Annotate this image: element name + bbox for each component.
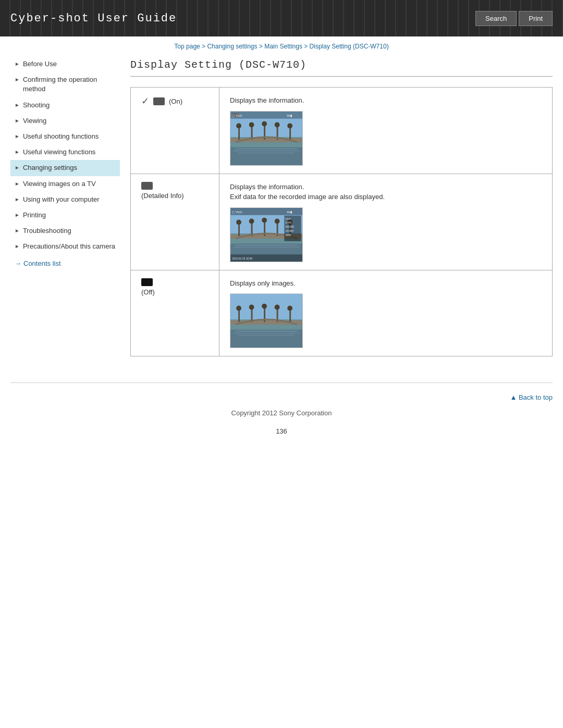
arrow-icon: ►	[15, 180, 20, 188]
main-layout: ► Before Use ► Confirming the operation …	[0, 56, 563, 372]
svg-text:96▮: 96▮	[287, 114, 292, 117]
sidebar-label: Before Use	[23, 59, 116, 69]
svg-text:AWB: AWB	[285, 233, 291, 236]
on-label: (On)	[169, 97, 182, 105]
detailed-label: (Detailed Info)	[141, 192, 184, 200]
sidebar-item-viewing-tv[interactable]: ► Viewing images on a TV	[10, 176, 120, 192]
off-square-icon	[141, 278, 153, 286]
arrow-icon: ►	[15, 227, 20, 235]
detailed-content-cell: Displays the information.Exif data for t…	[219, 174, 553, 270]
svg-rect-58	[289, 309, 291, 322]
footer-separator	[10, 382, 553, 383]
svg-point-10	[249, 122, 254, 127]
svg-rect-38	[233, 246, 300, 248]
svg-rect-65	[236, 331, 297, 332]
detailed-preview-image: ◻ VGA 96▮ F3.5 1/400 ISO100 +0.0EV AWB 2…	[230, 207, 303, 262]
arrow-icon: ►	[15, 133, 20, 140]
arrow-icon: ►	[15, 102, 20, 109]
header-buttons: Search Print	[475, 11, 553, 26]
breadcrumb-sep3: >	[304, 43, 309, 50]
contents-list-arrow: →	[15, 260, 21, 267]
on-description: Displays the information.	[230, 95, 542, 106]
off-icon-cell: (Off)	[131, 270, 219, 356]
sidebar-item-shooting[interactable]: ► Shooting	[10, 97, 120, 113]
breadcrumb-top[interactable]: Top page	[174, 43, 200, 50]
detailed-square-icon	[141, 182, 153, 190]
sidebar-item-computer[interactable]: ► Using with your computer	[10, 192, 120, 207]
on-icon-group: ✓ (On)	[141, 95, 209, 107]
contents-list-link[interactable]: → Contents list	[10, 254, 120, 273]
svg-rect-26	[238, 223, 240, 236]
svg-rect-16	[233, 150, 300, 151]
svg-point-33	[262, 217, 267, 223]
svg-text:ISO100: ISO100	[285, 226, 294, 228]
off-icon-group: (Off)	[141, 278, 209, 296]
detailed-icon-group: (Detailed Info)	[141, 182, 209, 200]
search-button[interactable]: Search	[475, 11, 517, 26]
sidebar-item-changing-settings[interactable]: ► Changing settings	[10, 160, 120, 176]
page-title: Display Setting (DSC-W710)	[130, 59, 553, 77]
breadcrumb-sep1: >	[202, 43, 207, 50]
off-content-cell: Displays only images.	[219, 270, 553, 356]
svg-text:◻ VGA: ◻ VGA	[232, 114, 242, 117]
svg-text:F3.5: F3.5	[285, 217, 290, 220]
print-button[interactable]: Print	[519, 11, 553, 26]
on-preview-image: ◻ VGA 96▮	[230, 111, 303, 166]
sidebar-item-before-use[interactable]: ► Before Use	[10, 56, 120, 72]
sidebar-label: Viewing images on a TV	[23, 179, 116, 189]
sidebar-label: Using with your computer	[23, 195, 116, 204]
sidebar-item-troubleshooting[interactable]: ► Troubleshooting	[10, 223, 120, 239]
breadcrumb: Top page > Changing settings > Main Sett…	[0, 36, 563, 56]
sidebar-item-viewing[interactable]: ► Viewing	[10, 113, 120, 129]
breadcrumb-changing[interactable]: Changing settings	[207, 43, 257, 50]
footer: ▲ Back to top	[0, 388, 563, 404]
detailed-bridge-svg: ◻ VGA 96▮ F3.5 1/400 ISO100 +0.0EV AWB 2…	[230, 208, 302, 262]
svg-text:2012-01-15 10:30: 2012-01-15 10:30	[232, 257, 252, 260]
svg-point-62	[275, 305, 280, 310]
sidebar-item-useful-viewing[interactable]: ► Useful viewing functions	[10, 144, 120, 160]
arrow-icon: ►	[15, 243, 20, 250]
on-square-icon	[153, 97, 165, 105]
detailed-description: Displays the information.Exif data for t…	[230, 182, 542, 202]
svg-text:1/400: 1/400	[285, 221, 292, 224]
sidebar-item-printing[interactable]: ► Printing	[10, 207, 120, 223]
sidebar-label: Confirming the operation method	[23, 75, 116, 94]
breadcrumb-main[interactable]: Main Settings	[264, 43, 302, 50]
svg-point-11	[262, 121, 267, 126]
svg-rect-15	[236, 148, 297, 149]
bridge-svg: ◻ VGA 96▮	[230, 112, 302, 165]
off-label: (Off)	[141, 288, 155, 296]
sidebar-item-useful-shooting[interactable]: ► Useful shooting functions	[10, 129, 120, 144]
on-icon-cell: ✓ (On)	[131, 88, 219, 174]
svg-text:+0.0EV: +0.0EV	[285, 230, 294, 232]
page-number: 136	[0, 427, 563, 446]
sidebar-label: Changing settings	[23, 163, 116, 172]
svg-point-13	[287, 123, 292, 128]
svg-rect-37	[236, 244, 297, 245]
sidebar-item-confirming[interactable]: ► Confirming the operation method	[10, 72, 120, 97]
breadcrumb-current[interactable]: Display Setting (DSC-W710)	[310, 43, 389, 50]
copyright: Copyright 2012 Sony Corporation	[0, 404, 563, 427]
sidebar-label: Viewing	[23, 116, 116, 126]
sidebar-label: Precautions/About this camera	[23, 242, 116, 251]
svg-point-60	[249, 305, 254, 310]
svg-rect-67	[238, 335, 295, 336]
svg-text:◻ VGA: ◻ VGA	[232, 210, 242, 213]
main-content: Display Setting (DSC-W710) ✓ (On) Displa…	[130, 56, 553, 372]
contents-list-label: Contents list	[23, 260, 61, 267]
off-bridge-svg	[230, 294, 302, 348]
sidebar-label: Useful shooting functions	[23, 132, 116, 141]
sidebar-label: Useful viewing functions	[23, 147, 116, 157]
detailed-icon-cell: (Detailed Info)	[131, 174, 219, 270]
arrow-icon: ►	[15, 76, 20, 83]
sidebar-label: Printing	[23, 211, 116, 220]
svg-rect-4	[238, 127, 240, 140]
back-to-top-link[interactable]: ▲ Back to top	[510, 393, 553, 401]
sidebar: ► Before Use ► Confirming the operation …	[10, 56, 120, 372]
off-preview-image	[230, 293, 303, 348]
arrow-icon: ►	[15, 149, 20, 156]
sidebar-item-precautions[interactable]: ► Precautions/About this camera	[10, 239, 120, 254]
svg-text:96▮: 96▮	[287, 210, 292, 213]
svg-point-31	[236, 219, 241, 225]
svg-point-34	[275, 218, 280, 224]
